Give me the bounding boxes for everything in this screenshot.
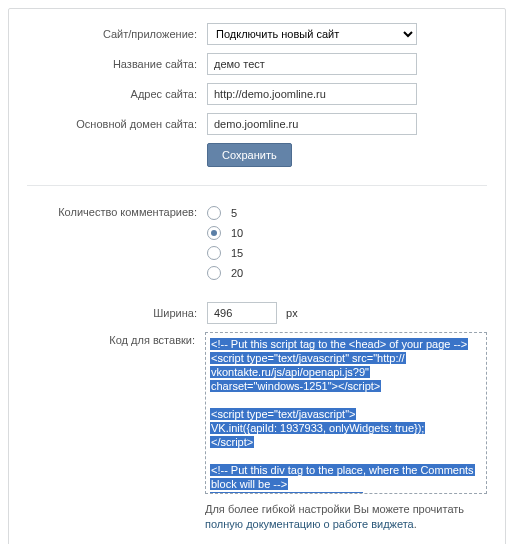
site-addr-input[interactable] <box>207 83 417 105</box>
radio-label: 10 <box>231 227 243 239</box>
count-label: Количество комментариев: <box>27 204 207 218</box>
count-radio-5[interactable]: 5 <box>207 206 487 220</box>
footnote: Для более гибкой настройки Вы можете про… <box>205 502 487 532</box>
site-name-input[interactable] <box>207 53 417 75</box>
site-app-select[interactable]: Подключить новый сайт <box>207 23 417 45</box>
width-input[interactable] <box>207 302 277 324</box>
embed-code-box[interactable]: <!-- Put this script tag to the <head> o… <box>205 332 487 494</box>
settings-panel: Сайт/приложение: Подключить новый сайт Н… <box>8 8 506 544</box>
docs-link[interactable]: полную документацию о работе виджета <box>205 518 414 530</box>
count-radio-10[interactable]: 10 <box>207 226 487 240</box>
radio-label: 20 <box>231 267 243 279</box>
count-radio-15[interactable]: 15 <box>207 246 487 260</box>
main-domain-label: Основной домен сайта: <box>27 118 207 130</box>
radio-icon <box>207 246 221 260</box>
divider <box>27 185 487 186</box>
radio-icon <box>207 266 221 280</box>
width-unit: px <box>286 307 298 319</box>
width-label: Ширина: <box>27 307 207 319</box>
code-label: Код для вставки: <box>27 332 205 346</box>
radio-label: 15 <box>231 247 243 259</box>
save-button[interactable]: Сохранить <box>207 143 292 167</box>
radio-icon <box>207 226 221 240</box>
radio-label: 5 <box>231 207 237 219</box>
site-name-label: Название сайта: <box>27 58 207 70</box>
count-radio-group: 5101520 <box>207 204 487 280</box>
main-domain-input[interactable] <box>207 113 417 135</box>
site-addr-label: Адрес сайта: <box>27 88 207 100</box>
site-app-label: Сайт/приложение: <box>27 28 207 40</box>
count-radio-20[interactable]: 20 <box>207 266 487 280</box>
radio-icon <box>207 206 221 220</box>
